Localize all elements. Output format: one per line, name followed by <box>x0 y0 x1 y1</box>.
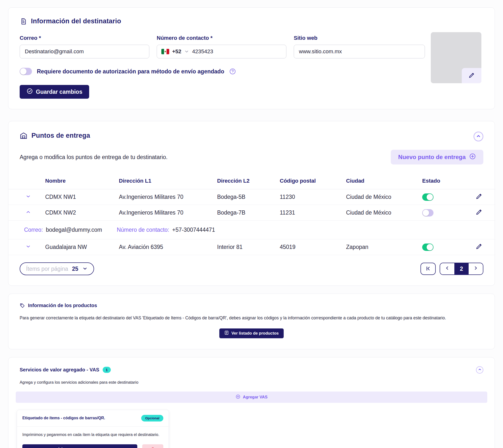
toggle-knob <box>427 244 433 250</box>
dial-code: +52 <box>172 48 181 55</box>
table-footer: Ítems por página 25 2 <box>8 255 495 286</box>
table-row: CDMX NW1 Av.Ingenieros Militares 70 Bode… <box>8 189 495 205</box>
status-toggle[interactable] <box>422 193 434 201</box>
first-page-button[interactable] <box>420 263 436 275</box>
toggle-knob <box>427 194 433 200</box>
cell-address1: Av.Ingenieros Militares 70 <box>119 189 217 205</box>
recipient-fields-row: Correo * Número de contacto * +52 Sitio … <box>20 35 483 58</box>
cell-name: Guadalajara NW <box>45 239 119 255</box>
authorization-toggle-row: Requiere documento de autorización para … <box>20 68 483 75</box>
delete-vas-button[interactable] <box>142 444 163 448</box>
edit-row-button[interactable] <box>475 209 482 216</box>
barcode-icon <box>58 447 63 448</box>
recipient-info-header: Información del destinatario <box>20 17 483 25</box>
email-label: Correo * <box>20 35 149 41</box>
table-header-row: Nombre Dirección L1 Dirección L2 Código … <box>8 174 495 189</box>
email-field[interactable] <box>20 45 149 58</box>
pagination: 2 <box>420 263 483 275</box>
add-vas-button[interactable]: Agregar VAS <box>16 392 487 403</box>
phone-label: Número de contacto * <box>157 35 286 41</box>
cell-city: Ciudad de México <box>346 189 422 205</box>
vas-service-body: Imprimimos y pegaremos en cada ítem la e… <box>17 427 169 448</box>
expand-row-chevron-down-icon[interactable] <box>8 194 31 199</box>
phone-field[interactable]: +52 <box>157 45 286 58</box>
phone-field-group: Número de contacto * +52 <box>157 35 286 58</box>
chevron-up-icon <box>478 368 482 372</box>
chevron-up-icon <box>476 134 481 139</box>
optional-badge: Opcional <box>141 415 163 421</box>
items-per-page-select[interactable]: Ítems por página 25 <box>20 262 94 275</box>
edit-row-button[interactable] <box>475 193 482 201</box>
status-toggle[interactable] <box>422 209 434 217</box>
previous-page-button[interactable] <box>440 263 454 274</box>
detail-phone-value: +57-3007444471 <box>172 226 215 233</box>
products-info-card: Información de los productos Para genera… <box>8 294 495 349</box>
help-icon[interactable] <box>229 68 236 75</box>
vas-title: Servicios de valor agregado - VAS <box>20 367 99 373</box>
edit-photo-button[interactable] <box>462 68 481 83</box>
view-product-list-button[interactable]: Ver listado de productos <box>219 328 284 338</box>
check-circle-icon <box>27 88 33 96</box>
products-header: Información de los productos <box>20 303 483 308</box>
delivery-points-card: Puntos de entrega Agrega o modifica los … <box>8 121 495 286</box>
next-page-button[interactable] <box>469 263 483 274</box>
mexico-flag-icon <box>161 49 169 54</box>
expanded-detail-row: Correo: bodegal@dummy.com Número de cont… <box>8 221 495 239</box>
delivery-points-title: Puntos de entrega <box>32 132 90 139</box>
status-toggle[interactable] <box>422 243 434 251</box>
detail-phone-label: Número de contacto: <box>117 226 169 233</box>
toggle-knob <box>20 68 27 75</box>
website-field[interactable] <box>294 45 425 58</box>
vas-count-badge: 1 <box>103 367 111 373</box>
vas-actions: Configurar etiqueta <box>22 444 163 448</box>
pencil-icon <box>475 243 482 251</box>
col-codigo-postal: Código postal <box>280 174 346 189</box>
products-description: Para generar correctamente la etiqueta d… <box>20 315 483 321</box>
website-label: Sitio web <box>294 35 425 41</box>
vas-service-card: Etiquetado de ítems - códigos de barras/… <box>17 410 169 448</box>
collapse-row-chevron-up-icon[interactable] <box>8 209 31 215</box>
list-icon <box>224 330 229 336</box>
authorization-toggle-label: Requiere documento de autorización para … <box>37 68 224 75</box>
expand-row-chevron-down-icon[interactable] <box>8 244 31 249</box>
add-vas-label: Agregar VAS <box>243 395 268 400</box>
save-changes-label: Guardar cambios <box>36 89 82 95</box>
plus-circle-icon <box>469 153 476 161</box>
configure-label-button[interactable]: Configurar etiqueta <box>22 444 137 448</box>
email-field-group: Correo * <box>20 35 149 58</box>
vas-subtitle: Agrega y configura los servicios adicion… <box>16 380 487 385</box>
current-page-button[interactable]: 2 <box>454 263 469 274</box>
warehouse-icon <box>20 132 28 139</box>
website-field-group: Sitio web <box>294 35 425 58</box>
pencil-icon <box>475 193 482 201</box>
cell-address2: Interior 81 <box>217 239 280 255</box>
col-direccion-l1: Dirección L1 <box>119 174 217 189</box>
recipient-photo-placeholder <box>431 32 481 83</box>
new-delivery-point-button[interactable]: Nuevo punto de entrega <box>391 150 483 164</box>
delivery-points-table: Nombre Dirección L1 Dirección L2 Código … <box>8 174 495 255</box>
authorization-toggle[interactable] <box>20 68 32 75</box>
vas-service-header: Etiquetado de ítems - códigos de barras/… <box>17 410 169 427</box>
cell-city: Ciudad de México <box>346 205 422 221</box>
cell-zip: 11230 <box>280 189 346 205</box>
collapse-section-button[interactable] <box>473 132 483 141</box>
table-row: CDMX NW2 Av.Ingenieros Militares 70 Bode… <box>8 205 495 221</box>
recipient-info-card: Información del destinatario Correo * Nú… <box>8 7 495 109</box>
recipient-info-title: Información del destinatario <box>31 17 121 25</box>
cell-address2: Bodega-5B <box>217 189 280 205</box>
pencil-icon <box>468 72 475 79</box>
col-ciudad: Ciudad <box>346 174 422 189</box>
delivery-points-subheader: Agrega o modifica los puntos de entrega … <box>8 150 495 164</box>
vas-card: Servicios de valor agregado - VAS 1 Agre… <box>8 357 495 448</box>
save-changes-button[interactable]: Guardar cambios <box>20 85 89 99</box>
detail-email-label: Correo: <box>24 226 43 233</box>
edit-row-button[interactable] <box>475 243 482 251</box>
phone-number-input[interactable] <box>192 48 282 55</box>
items-per-page-label: Ítems por página <box>26 266 68 272</box>
cell-address2: Bodega-7B <box>217 205 280 221</box>
collapse-vas-button[interactable] <box>476 366 483 374</box>
cell-zip: 45019 <box>280 239 346 255</box>
first-page-icon <box>425 266 431 272</box>
chevron-down-icon[interactable] <box>184 49 189 54</box>
pencil-icon <box>475 209 482 216</box>
